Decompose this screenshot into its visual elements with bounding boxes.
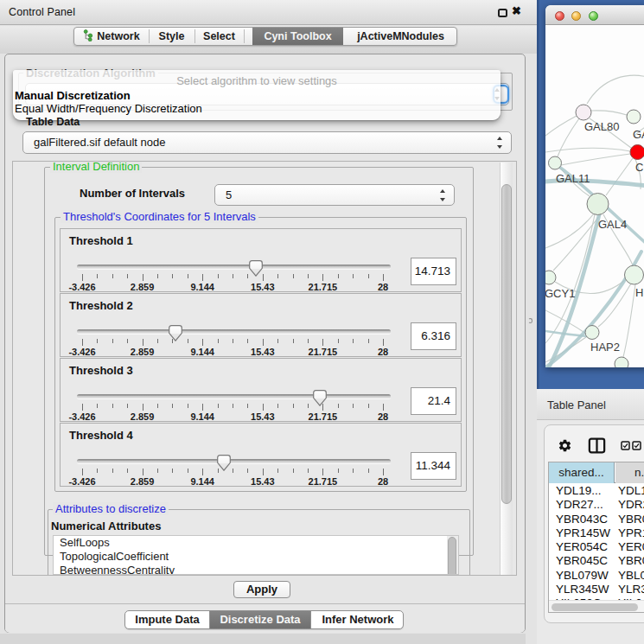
cell-shared-name[interactable]: YDR27... [556,498,603,511]
slider-tick [247,404,248,408]
table-data-combobox[interactable]: galFiltered.sif default node [22,131,512,154]
cell-name[interactable]: YLR3 [618,583,644,596]
cell-shared-name[interactable]: YPR145W [556,526,610,539]
threshold-value-field[interactable]: 11.344 [411,452,456,480]
cell-name[interactable]: YDL1 [618,484,644,497]
dropdown-item-manual-discretization[interactable]: Manual Discretization [15,89,131,102]
threshold-value-field[interactable]: 6.316 [411,322,456,350]
network-node-GAL80[interactable] [576,105,591,120]
slider-tick [308,274,309,278]
numerical-attributes-label: Numerical Attributes [51,520,161,532]
threshold-label: Threshold 4 [69,429,133,442]
network-canvas[interactable]: GAL80GACGAL11GAL4GCY1HHAP2 [545,25,644,367]
network-node-label[interactable]: H [635,286,643,299]
network-node-label[interactable]: GAL4 [598,218,627,231]
network-node-GA[interactable] [627,110,641,124]
slider-tick-label: 15.43 [241,411,284,422]
attributes-listbox[interactable]: SelfLoopsTopologicalCoefficientBetweenne… [53,535,459,575]
cell-shared-name[interactable]: YDL19... [556,484,602,497]
split-panel-icon[interactable] [588,437,606,454]
split-pane-divider[interactable] [526,54,537,644]
table-row[interactable]: YBL079WYBL0 [549,568,644,582]
threshold-value-field[interactable]: 14.713 [411,258,456,285]
dropdown-item-equal-width-frequency[interactable]: Equal Width/Frequency Discretization [15,102,202,115]
slider-track[interactable] [77,459,391,463]
tab-infer-network[interactable]: Infer Network [310,611,404,628]
network-node-label[interactable]: HAP2 [590,341,620,354]
checkbox-icon[interactable] [621,441,630,450]
float-window-icon[interactable] [498,9,507,17]
network-node-label[interactable]: GAL80 [584,120,619,133]
network-node-GCY1[interactable] [545,271,556,284]
tab-cyni-toolbox[interactable]: Cyni Toolbox [252,28,343,45]
tab-impute-data[interactable]: Impute Data [125,611,209,628]
cell-name[interactable]: YBR0 [618,513,644,526]
scrollbar-thumb[interactable] [552,603,638,611]
cell-name[interactable]: YER0 [618,540,644,553]
splitter-handle-icon[interactable] [528,318,532,323]
cell-shared-name[interactable]: YBR045C [556,554,608,567]
network-view-window[interactable]: GAL80GACGAL11GAL4GCY1HHAP2 [545,5,644,367]
table-row[interactable]: YPR145WYPR1 [549,526,644,539]
threshold-value-field[interactable]: 21.4 [411,387,456,415]
table-row[interactable]: YBR045CYBR0 [549,553,644,567]
table-row[interactable]: YDL19...YDL1 [549,483,644,497]
slider-thumb[interactable] [313,390,327,406]
attribute-list-item[interactable]: TopologicalCoefficient [54,550,458,564]
network-node-unlabeled[interactable] [615,357,628,367]
slider-track[interactable] [77,265,391,269]
cell-shared-name[interactable]: YBR043C [556,513,608,526]
tab-jactivemnodules[interactable]: jActiveMNodules [343,28,457,45]
slider-track[interactable] [77,394,391,399]
minimize-traffic-light[interactable] [571,11,581,21]
checkbox-icon[interactable] [632,441,641,450]
table-row[interactable]: YBR043CYBR0 [549,512,644,526]
close-icon[interactable]: ✖ [512,4,521,17]
tab-network[interactable]: Network [74,28,149,45]
scrollbar-thumb[interactable] [501,184,512,504]
network-node-GAL4[interactable] [587,194,609,215]
network-node-H[interactable] [625,265,644,284]
slider-thumb[interactable] [249,260,263,277]
tab-discretize-data[interactable]: Discretize Data [209,611,310,628]
network-node-label[interactable]: GAL11 [556,172,590,185]
cell-shared-name[interactable]: YER054C [556,540,608,553]
attribute-list-item[interactable]: SelfLoops [54,536,458,550]
cell-name[interactable]: YPR1 [618,526,644,539]
list-scrollbar[interactable] [447,536,458,575]
cell-shared-name[interactable]: YLR345W [556,583,609,596]
network-node-label[interactable]: GA [633,128,644,141]
slider-thumb[interactable] [217,455,231,471]
attribute-list-item[interactable]: BetweennessCentrality [54,564,458,575]
gear-icon[interactable] [558,438,572,453]
cell-name[interactable]: YDR2 [618,498,644,511]
vertical-scrollbar[interactable] [500,163,513,575]
cell-name[interactable]: YBL0 [618,569,644,582]
slider-thumb[interactable] [169,325,182,341]
network-node-label[interactable]: GCY1 [545,287,575,300]
tab-select[interactable]: Select [194,28,244,45]
column-header-shared-name[interactable]: shared... [549,462,615,483]
table-row[interactable]: YER054CYER0 [549,539,644,553]
column-header-name[interactable]: n... [615,462,644,483]
network-node-HAP2[interactable] [585,326,599,340]
network-node-C[interactable] [630,145,644,160]
close-traffic-light[interactable] [555,11,564,21]
network-window-titlebar[interactable] [545,5,644,25]
network-node-GAL11[interactable] [549,156,562,169]
horizontal-scrollbar[interactable] [549,600,644,613]
number-of-intervals-combobox[interactable]: 5 [214,184,455,206]
zoom-traffic-light[interactable] [589,11,598,21]
apply-button[interactable]: Apply [233,581,290,598]
cell-shared-name[interactable]: YBL079W [556,569,609,582]
table-row[interactable]: YDR27...YDR2 [549,497,644,511]
tab-style[interactable]: Style [149,28,194,45]
slider-track[interactable] [77,329,391,334]
cell-name[interactable]: YBR0 [618,554,644,567]
slider-tick [97,274,98,278]
network-node-label[interactable]: C [635,161,643,174]
scrollbar-thumb[interactable] [448,537,456,575]
slider-tick [322,469,323,475]
slider-tick [157,469,158,473]
table-row[interactable]: YLR345WYLR3 [549,582,644,596]
